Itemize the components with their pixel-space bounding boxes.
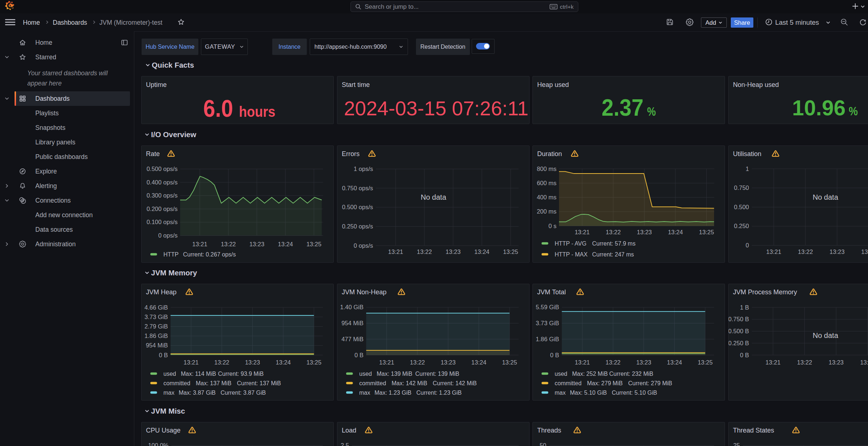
svg-text:0.200 ops/s: 0.200 ops/s bbox=[147, 206, 178, 212]
svg-text:Max: 137 MiB: Max: 137 MiB bbox=[196, 380, 231, 386]
svg-text:50: 50 bbox=[540, 442, 546, 446]
svg-text:HTTP - AVG: HTTP - AVG bbox=[555, 240, 586, 247]
svg-text:13:21: 13:21 bbox=[575, 229, 590, 235]
svg-text:used: used bbox=[555, 371, 567, 377]
svg-text:1 B: 1 B bbox=[740, 304, 749, 311]
svg-text:13:21: 13:21 bbox=[388, 248, 403, 255]
svg-text:0 B: 0 B bbox=[354, 352, 364, 358]
svg-text:13:22: 13:22 bbox=[221, 241, 236, 247]
svg-text:Max: 139 MiB: Max: 139 MiB bbox=[377, 371, 412, 377]
svg-text:used: used bbox=[163, 371, 176, 377]
svg-text:Max: 142 MiB: Max: 142 MiB bbox=[392, 380, 427, 386]
svg-text:13:24: 13:24 bbox=[278, 241, 293, 247]
svg-text:JVM Total: JVM Total bbox=[537, 288, 566, 296]
svg-text:Current: 3.87 GiB: Current: 3.87 GiB bbox=[221, 390, 266, 396]
svg-text:2.37: 2.37 bbox=[602, 95, 643, 121]
svg-text:1.86 GiB: 1.86 GiB bbox=[144, 332, 168, 339]
svg-text:0.250: 0.250 bbox=[734, 223, 749, 229]
svg-text:JVM Heap: JVM Heap bbox=[146, 288, 177, 296]
svg-text:13:24: 13:24 bbox=[276, 359, 291, 366]
svg-text:25: 25 bbox=[733, 442, 740, 446]
svg-text:13:21: 13:21 bbox=[765, 359, 780, 366]
svg-text:13:24: 13:24 bbox=[860, 359, 868, 366]
svg-text:10.96: 10.96 bbox=[792, 96, 846, 120]
svg-text:13:25: 13:25 bbox=[503, 248, 518, 255]
svg-text:Rate: Rate bbox=[146, 150, 160, 158]
svg-text:Errors: Errors bbox=[342, 150, 360, 158]
svg-text:13:22: 13:22 bbox=[214, 359, 229, 366]
svg-text:13:21: 13:21 bbox=[183, 359, 198, 366]
svg-text:0.500: 0.500 bbox=[734, 204, 749, 210]
svg-text:13:23: 13:23 bbox=[829, 248, 844, 255]
svg-text:max: max bbox=[359, 390, 370, 396]
svg-text:13:23: 13:23 bbox=[445, 248, 460, 255]
svg-text:100.0%: 100.0% bbox=[148, 442, 169, 446]
svg-text:Max: 1.23 GiB: Max: 1.23 GiB bbox=[374, 390, 411, 396]
svg-text:No data: No data bbox=[813, 331, 839, 339]
svg-text:max: max bbox=[163, 390, 174, 396]
svg-text:committed: committed bbox=[163, 380, 190, 386]
svg-text:Current: 0.267 ops/s: Current: 0.267 ops/s bbox=[183, 251, 236, 258]
svg-text:JVM Process Memory: JVM Process Memory bbox=[733, 288, 797, 296]
svg-text:0.100 ops/s: 0.100 ops/s bbox=[147, 219, 178, 225]
svg-text:HTTP - MAX: HTTP - MAX bbox=[555, 251, 588, 258]
svg-text:13:25: 13:25 bbox=[306, 359, 321, 366]
svg-text:Current: 142 MiB: Current: 142 MiB bbox=[433, 380, 477, 386]
svg-text:13:25: 13:25 bbox=[502, 359, 517, 366]
svg-text:13:21: 13:21 bbox=[766, 248, 781, 255]
svg-text:13:22: 13:22 bbox=[417, 248, 432, 255]
svg-text:Threads: Threads bbox=[537, 427, 561, 434]
svg-text:Max: 279 MiB: Max: 279 MiB bbox=[587, 380, 623, 386]
svg-text:13:22: 13:22 bbox=[606, 229, 621, 235]
svg-text:13:24: 13:24 bbox=[668, 229, 683, 235]
svg-text:Current: 57.9 ms: Current: 57.9 ms bbox=[592, 240, 635, 247]
svg-text:13:22: 13:22 bbox=[797, 359, 812, 366]
svg-text:JVM Non-Heap: JVM Non-Heap bbox=[342, 288, 387, 296]
svg-text:0.750: 0.750 bbox=[734, 184, 749, 191]
svg-text:13:23: 13:23 bbox=[637, 229, 652, 235]
svg-text:3.73 GiB: 3.73 GiB bbox=[536, 320, 559, 326]
svg-text:600 ms: 600 ms bbox=[537, 180, 556, 186]
svg-text:13:24: 13:24 bbox=[474, 248, 489, 255]
svg-text:%: % bbox=[647, 105, 656, 118]
svg-text:13:25: 13:25 bbox=[698, 359, 713, 366]
svg-text:3.73 GiB: 3.73 GiB bbox=[144, 314, 168, 320]
svg-text:5.59 GiB: 5.59 GiB bbox=[536, 304, 559, 310]
svg-text:13:24: 13:24 bbox=[667, 359, 682, 366]
svg-text:Duration: Duration bbox=[537, 150, 562, 158]
svg-text:1.86 GiB: 1.86 GiB bbox=[536, 336, 559, 342]
svg-text:0 B: 0 B bbox=[159, 352, 168, 358]
svg-text:954 MiB: 954 MiB bbox=[341, 320, 364, 326]
svg-text:0.250 ops/s: 0.250 ops/s bbox=[342, 223, 373, 230]
svg-text:6.0: 6.0 bbox=[203, 95, 233, 122]
svg-text:13:21: 13:21 bbox=[192, 241, 207, 247]
svg-text:%: % bbox=[849, 104, 858, 118]
svg-text:1: 1 bbox=[746, 166, 749, 172]
svg-text:HTTP: HTTP bbox=[163, 251, 179, 258]
svg-text:13:24: 13:24 bbox=[471, 359, 486, 366]
svg-text:0 ops/s: 0 ops/s bbox=[354, 242, 373, 249]
svg-text:13:23: 13:23 bbox=[636, 359, 651, 366]
svg-text:0.500 B: 0.500 B bbox=[729, 328, 749, 334]
svg-text:0 s: 0 s bbox=[548, 223, 556, 229]
svg-text:Current: 137 MiB: Current: 137 MiB bbox=[237, 380, 281, 386]
svg-text:0: 0 bbox=[746, 242, 749, 248]
svg-text:13:24: 13:24 bbox=[861, 248, 868, 255]
svg-text:13:25: 13:25 bbox=[306, 241, 321, 247]
svg-text:Current: 247 ms: Current: 247 ms bbox=[592, 251, 634, 258]
svg-text:used: used bbox=[359, 371, 372, 377]
svg-text:13:23: 13:23 bbox=[245, 359, 260, 366]
svg-text:13:21: 13:21 bbox=[575, 359, 590, 366]
svg-text:200 ms: 200 ms bbox=[537, 208, 556, 215]
svg-text:Heap used: Heap used bbox=[537, 81, 569, 88]
svg-text:CPU Usage: CPU Usage bbox=[146, 427, 181, 434]
svg-text:Current: 232 MiB: Current: 232 MiB bbox=[609, 371, 653, 377]
svg-text:Start time: Start time bbox=[342, 81, 370, 88]
svg-text:Max: 3.87 GiB: Max: 3.87 GiB bbox=[179, 390, 215, 396]
svg-text:477 MiB: 477 MiB bbox=[341, 336, 364, 342]
svg-text:2.5: 2.5 bbox=[341, 442, 349, 446]
svg-text:Current: 1.23 GiB: Current: 1.23 GiB bbox=[416, 390, 462, 396]
svg-text:2.79 GiB: 2.79 GiB bbox=[144, 323, 168, 330]
svg-text:4.66 GiB: 4.66 GiB bbox=[144, 304, 168, 311]
svg-text:13:23: 13:23 bbox=[249, 241, 264, 247]
